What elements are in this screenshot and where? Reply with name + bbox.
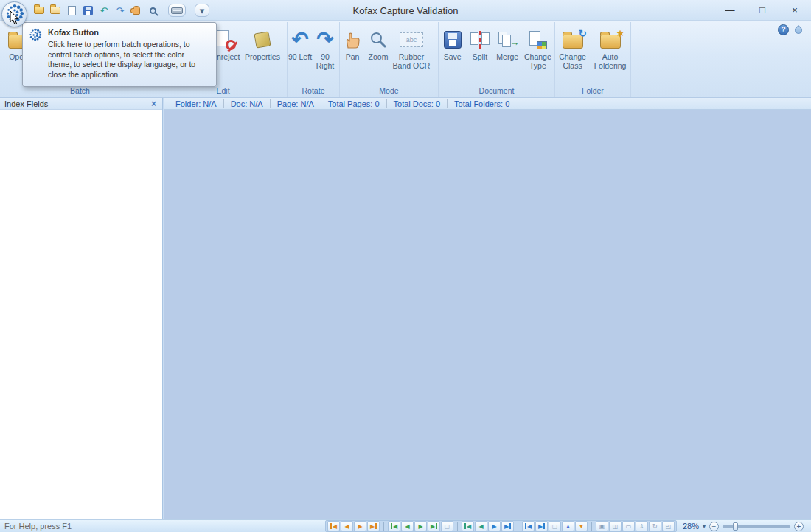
last-document-button[interactable]: ▶ (501, 521, 514, 531)
qat-open-image-button[interactable] (49, 4, 62, 17)
index-fields-header: Index Fields × (0, 98, 162, 110)
properties-icon (255, 27, 270, 53)
feedback-icon[interactable] (793, 24, 804, 35)
rubber-band-ocr-button[interactable]: abc Rubber Band OCR (391, 24, 431, 70)
rotate-right-button[interactable]: ↷ 90 Right (313, 24, 338, 70)
prev-document-button[interactable]: ◀ (475, 521, 487, 531)
pan-label: Pan (346, 53, 360, 62)
close-button[interactable]: × (779, 0, 811, 20)
last-page-button[interactable]: ▶ (428, 521, 440, 531)
merge-label: Merge (496, 53, 518, 62)
floppy-disk-icon (444, 27, 462, 53)
go-down-level-button[interactable]: ▼ (575, 521, 588, 531)
maximize-button[interactable]: □ (746, 0, 779, 20)
merge-pages-icon: → (497, 27, 518, 53)
save-label: Save (444, 53, 462, 62)
next-page-button[interactable]: ▶ (414, 521, 427, 531)
help-icon[interactable]: ? (778, 24, 789, 35)
hand-icon (133, 6, 140, 15)
split-button[interactable]: Split (466, 24, 493, 62)
rubber-band-ocr-icon: abc (400, 27, 423, 53)
properties-button[interactable]: Properties (243, 24, 282, 62)
save-button[interactable]: Save (439, 24, 466, 62)
change-type-label: Change Type (521, 53, 554, 70)
info-page: Page: N/A (270, 99, 321, 108)
last-rejected-button[interactable]: ▶ (367, 521, 380, 531)
page-thumbnails-button[interactable]: ▢ (441, 521, 453, 531)
zoom-slider[interactable] (723, 525, 790, 528)
fit-width-button[interactable]: ◫ (609, 521, 622, 531)
status-bar: For Help, press F1 ◀◀▶▶◀◀▶▶▢◀◀▶▶◀▶▢▲▼▣◫▭… (0, 519, 811, 532)
rotate-view-button[interactable]: ↻ (649, 521, 661, 531)
kofax-logo-icon (5, 4, 24, 26)
window-controls: — □ × (714, 0, 811, 21)
qat-zoom-button[interactable] (146, 4, 159, 17)
ribbon-group-label-folder: Folder (555, 85, 630, 97)
change-class-label: Change Class (555, 53, 590, 70)
nav-separator (380, 522, 384, 531)
change-class-button[interactable]: ↻ Change Class (555, 24, 590, 70)
first-folder-button[interactable]: ◀ (522, 521, 535, 531)
prev-rejected-button[interactable]: ◀ (341, 521, 353, 531)
rotate-left-button[interactable]: ↶ 90 Left (288, 24, 313, 62)
zoom-in-button[interactable]: + (794, 522, 804, 531)
nav-strip: ◀◀▶▶◀◀▶▶▢◀◀▶▶◀▶▢▲▼▣◫▭⇕↻◰ (325, 520, 677, 532)
content-area: Index Fields × Folder: N/A Doc: N/A Page… (0, 98, 811, 519)
fit-height-button[interactable]: ⇕ (636, 521, 648, 531)
change-class-icon: ↻ (563, 27, 583, 53)
qat-save-button[interactable] (81, 4, 94, 17)
nav-separator (515, 522, 518, 531)
index-fields-body[interactable] (0, 110, 162, 519)
next-rejected-button[interactable]: ▶ (354, 521, 366, 531)
zoom-dropdown[interactable]: ▾ (703, 523, 706, 530)
pan-button[interactable]: Pan (340, 24, 365, 62)
zoom-button[interactable]: Zoom (365, 24, 391, 62)
info-folder: Folder: N/A (169, 99, 223, 108)
info-total-pages: Total Pages: 0 (321, 99, 386, 108)
qat-pan-button[interactable] (130, 4, 143, 17)
zoom-window-button[interactable]: ◰ (662, 521, 675, 531)
qat-redo-button[interactable]: ↷ (114, 4, 127, 17)
document-canvas[interactable] (164, 110, 811, 519)
kofax-button[interactable] (1, 1, 27, 27)
folder-icon (50, 7, 60, 14)
tooltip-body: Click here to perform batch operations, … (48, 40, 203, 80)
ribbon-group-label-mode: Mode (340, 85, 438, 97)
ribbon-group-label-document: Document (439, 85, 554, 97)
qat-more-button[interactable]: ▾ (195, 4, 209, 17)
folder-contents-button[interactable]: ▢ (549, 521, 561, 531)
auto-foldering-button[interactable]: ∗ Auto Foldering (590, 24, 630, 70)
qat-print-button[interactable] (65, 4, 78, 17)
fit-page-button[interactable]: ▣ (596, 521, 608, 531)
magnifier-icon (369, 27, 388, 53)
change-type-button[interactable]: Change Type (521, 24, 554, 70)
first-document-button[interactable]: ◀ (462, 521, 474, 531)
prev-page-button[interactable]: ◀ (401, 521, 414, 531)
go-up-level-button[interactable]: ▲ (562, 521, 574, 531)
ribbon-help-area: ? (778, 24, 802, 35)
zoom-out-button[interactable]: − (709, 522, 719, 531)
open-folder-icon (34, 7, 44, 14)
last-folder-button[interactable]: ▶ (535, 521, 548, 531)
first-rejected-button[interactable]: ◀ (327, 521, 340, 531)
rotate-right-icon: ↷ (316, 27, 333, 53)
kofax-button-tooltip: Kofax Button Click here to perform batch… (22, 22, 217, 87)
index-fields-title: Index Fields (4, 99, 150, 108)
info-doc: Doc: N/A (223, 99, 270, 108)
merge-button[interactable]: → Merge (494, 24, 521, 62)
qat-open-batch-button[interactable] (32, 4, 46, 17)
rotate-right-label: 90 Right (313, 53, 338, 70)
qat-undo-button[interactable]: ↶ (97, 4, 111, 17)
first-page-button[interactable]: ◀ (388, 521, 400, 531)
rotate-left-label: 90 Left (288, 53, 312, 62)
ribbon-group-document: Save Split → Merge (439, 22, 555, 97)
qat-scan-button[interactable] (168, 4, 186, 17)
actual-size-button[interactable]: ▭ (622, 521, 635, 531)
next-document-button[interactable]: ▶ (488, 521, 501, 531)
index-fields-close-button[interactable]: × (150, 99, 158, 108)
zoom-slider-thumb[interactable] (733, 522, 738, 531)
minimize-button[interactable]: — (714, 0, 746, 20)
tooltip-title: Kofax Button (48, 28, 203, 37)
redo-arrow-icon: ↷ (116, 5, 125, 16)
printer-icon (68, 6, 76, 15)
